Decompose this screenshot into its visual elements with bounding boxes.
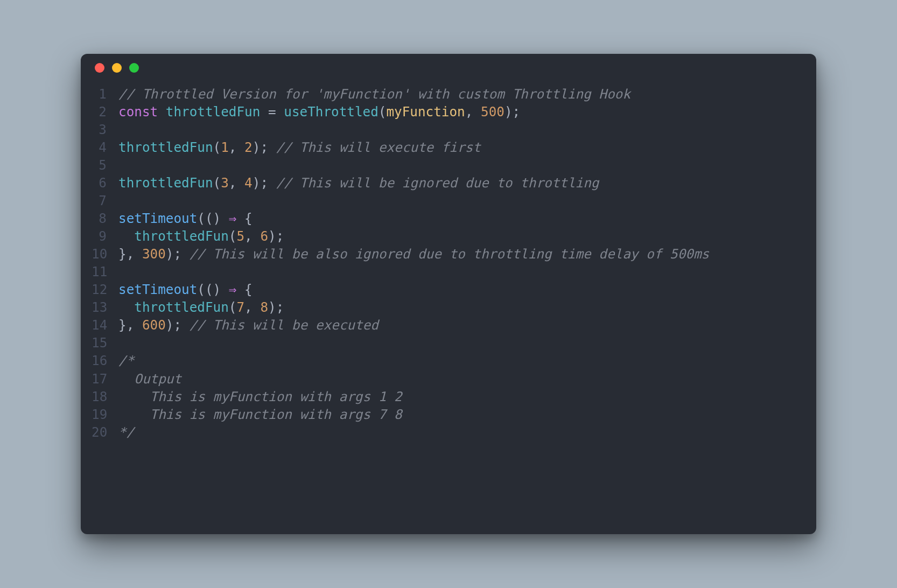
token-punct: }, (118, 246, 134, 262)
token-num: 8 (260, 299, 268, 315)
line-number: 3 (92, 121, 118, 138)
line-number: 6 (92, 174, 118, 192)
token-punct: ( (379, 104, 387, 120)
code-line: 17 Output (92, 370, 805, 388)
code-line: 14}, 600); // This will be executed (92, 316, 805, 334)
code-content (118, 263, 805, 281)
token-comment: // This will be ignored due to throttlin… (276, 175, 599, 191)
code-content: This is myFunction with args 1 2 (118, 388, 805, 405)
token-punct: , (229, 175, 237, 191)
code-line: 8setTimeout(() ⇒ { (92, 209, 805, 227)
token-fn-call: throttledFun (118, 175, 213, 191)
code-line: 11 (92, 263, 805, 281)
line-number: 4 (92, 138, 118, 156)
token-num: 7 (236, 299, 244, 315)
token-comment: This is myFunction with args 7 8 (118, 407, 402, 422)
token-plain (236, 175, 244, 191)
line-number: 17 (92, 370, 118, 388)
token-punct: ( (213, 139, 221, 155)
token-num: 3 (221, 175, 229, 191)
token-plain (268, 175, 276, 191)
minimize-icon[interactable] (112, 63, 122, 73)
line-number: 8 (92, 209, 118, 227)
line-number: 14 (92, 316, 118, 334)
token-plain (473, 104, 481, 120)
code-line: 3 (92, 121, 805, 138)
line-number: 15 (92, 334, 118, 352)
zoom-icon[interactable] (129, 63, 139, 73)
code-content: Output (118, 370, 805, 388)
token-fn-call: throttledFun (134, 299, 229, 315)
token-punct: ); (253, 139, 268, 155)
close-icon[interactable] (95, 63, 104, 73)
code-content: setTimeout(() ⇒ { (118, 281, 805, 298)
token-punct: , (465, 104, 473, 120)
token-plain (134, 246, 142, 262)
line-number: 19 (92, 405, 118, 423)
token-comment: // Throttled Version for 'myFunction' wi… (118, 86, 630, 102)
code-line: 19 This is myFunction with args 7 8 (92, 405, 805, 423)
token-comment: // This will be also ignored due to thro… (190, 246, 709, 262)
token-punct: ); (166, 246, 181, 262)
token-fn-decl: throttledFun (166, 104, 261, 120)
code-content (118, 334, 805, 352)
token-plain (181, 246, 190, 262)
token-plain (276, 104, 284, 120)
code-content: setTimeout(() ⇒ { (118, 209, 805, 227)
token-plain (118, 299, 134, 315)
token-punct: ( (229, 228, 237, 244)
token-num: 4 (244, 175, 253, 191)
token-punct: , (244, 299, 253, 315)
token-fn-call: throttledFun (118, 139, 213, 155)
token-punct: ); (268, 228, 284, 244)
line-number: 9 (92, 227, 118, 245)
code-content: throttledFun(7, 8); (118, 298, 805, 316)
token-plain (181, 317, 190, 333)
code-line: 13 throttledFun(7, 8); (92, 298, 805, 316)
line-number: 2 (92, 103, 118, 121)
code-line: 10}, 300); // This will be also ignored … (92, 245, 805, 263)
window-titlebar (81, 54, 816, 82)
token-punct: }, (118, 317, 134, 333)
token-punct: , (229, 139, 237, 155)
code-content: }, 600); // This will be executed (118, 316, 805, 334)
code-line: 6throttledFun(3, 4); // This will be ign… (92, 174, 805, 192)
line-number: 12 (92, 281, 118, 298)
code-line: 7 (92, 192, 805, 209)
code-line: 9 throttledFun(5, 6); (92, 227, 805, 245)
code-content: /* (118, 352, 805, 369)
code-content: // Throttled Version for 'myFunction' wi… (118, 85, 805, 103)
line-number: 5 (92, 156, 118, 174)
code-line: 18 This is myFunction with args 1 2 (92, 388, 805, 405)
token-plain (268, 139, 276, 155)
code-line: 20*/ (92, 423, 805, 441)
code-editor[interactable]: 1// Throttled Version for 'myFunction' w… (81, 82, 816, 534)
code-content: throttledFun(1, 2); // This will execute… (118, 138, 805, 156)
token-arrow: ⇒ (229, 282, 237, 297)
token-plain (118, 228, 134, 244)
line-number: 11 (92, 263, 118, 281)
token-plain (236, 139, 244, 155)
code-line: 12setTimeout(() ⇒ { (92, 281, 805, 298)
line-number: 10 (92, 245, 118, 263)
token-const: const (118, 104, 158, 120)
token-punct: (() (197, 211, 221, 226)
line-number: 1 (92, 85, 118, 103)
token-plain (236, 282, 244, 297)
token-fn-call: useThrottled (284, 104, 379, 120)
token-punct: (() (197, 282, 221, 297)
token-ident: myFunction (386, 104, 465, 120)
code-window: 1// Throttled Version for 'myFunction' w… (81, 54, 816, 534)
token-num: 2 (244, 139, 253, 155)
code-content: throttledFun(3, 4); // This will be igno… (118, 174, 805, 192)
code-content: throttledFun(5, 6); (118, 227, 805, 245)
token-punct: ( (229, 299, 237, 315)
token-comment: // This will be executed (190, 317, 379, 333)
code-line: 2const throttledFun = useThrottled(myFun… (92, 103, 805, 121)
token-arrow: ⇒ (229, 211, 237, 226)
token-punct: ( (213, 175, 221, 191)
token-plain (134, 317, 142, 333)
token-plain (158, 104, 166, 120)
token-comment: /* (118, 353, 134, 368)
token-plain (236, 211, 244, 226)
